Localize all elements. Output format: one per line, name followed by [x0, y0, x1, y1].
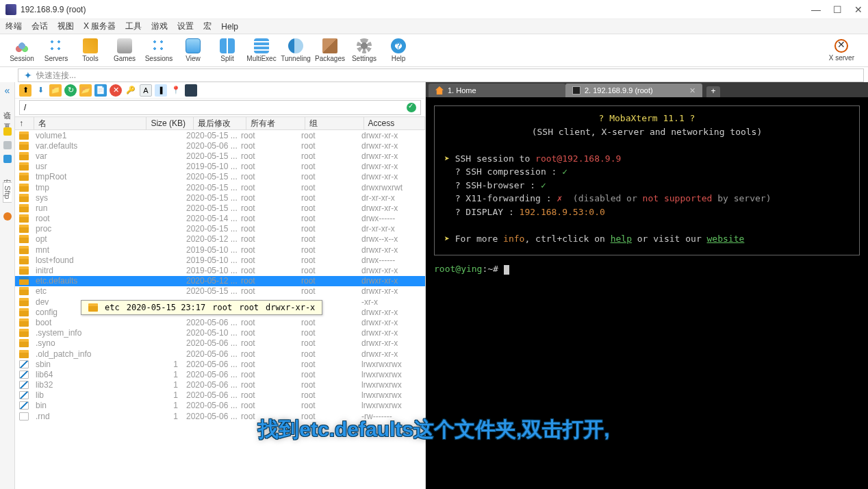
file-row[interactable]: sbin12020-05-06 ...rootrootlrwxrwxrwx [15, 359, 425, 369]
file-row[interactable]: lib12020-05-06 ...rootrootlrwxrwxrwx [15, 390, 425, 401]
title-bar: 192.168.9.9 (root) — ☐ ✕ [0, 0, 868, 19]
terminal-icon[interactable] [185, 84, 197, 97]
folder-icon [88, 303, 98, 312]
file-row[interactable]: boot2020-05-06 ...rootrootdrwxr-xr-x [15, 317, 425, 327]
file-row[interactable]: lib3212020-05-06 ...rootrootlrwxrwxrwx [15, 380, 425, 390]
file-row[interactable]: .syno2020-05-06 ...rootrootdrwxr-xr-x [15, 338, 425, 349]
path-bar[interactable]: / [19, 100, 421, 115]
file-row[interactable]: run2020-05-15 ...rootrootdrwxr-xr-x [15, 203, 425, 213]
banner-title: ? MobaXterm 11.1 ? [444, 112, 850, 125]
file-row[interactable]: bin12020-05-06 ...rootrootlrwxrwxrwx [15, 401, 425, 411]
col-updir[interactable]: ↑ [15, 117, 34, 129]
toolbar-packages[interactable]: Packages [314, 36, 346, 65]
file-row[interactable]: initrd2019-05-10 ...rootrootdrwxr-xr-x [15, 265, 425, 275]
file-row[interactable]: root2020-05-14 ...rootrootdrwx------ [15, 214, 425, 224]
col-owner[interactable]: 所有者 [246, 117, 305, 129]
folder-icon [19, 194, 29, 202]
link-icon [19, 381, 29, 389]
menu-games[interactable]: 游戏 [151, 21, 168, 32]
pin-icon[interactable]: 📍 [170, 84, 182, 97]
parent-folder-icon[interactable]: 📁 [49, 84, 62, 97]
menu-tools[interactable]: 工具 [125, 21, 142, 32]
col-group[interactable]: 组 [305, 117, 364, 129]
toolbar-help[interactable]: ?Help [382, 36, 415, 65]
sidetab-tools[interactable]: 工具 [2, 115, 12, 121]
file-row[interactable]: opt2020-05-12 ...rootrootdrwx--x--x [15, 234, 425, 244]
file-row[interactable]: var.defaults2020-05-06 ...rootrootdrwxr-… [15, 140, 425, 151]
session-icon [14, 38, 29, 53]
tab-close-icon[interactable]: ✕ [689, 86, 695, 95]
menu-settings[interactable]: 设置 [177, 21, 194, 32]
help-icon: ? [391, 38, 406, 53]
file-row[interactable]: proc2020-05-15 ...rootrootdr-xr-xr-x [15, 224, 425, 234]
home-icon [435, 86, 444, 95]
key-icon[interactable]: 🔑 [125, 84, 137, 97]
sidetab-macros[interactable]: 宏 [2, 170, 12, 175]
toolbar-servers[interactable]: Servers [40, 36, 73, 65]
menu-xserver[interactable]: X 服务器 [84, 21, 116, 32]
dot-icon[interactable] [3, 212, 12, 221]
collapse-sidebar-icon[interactable]: « [5, 85, 10, 96]
new-folder-icon[interactable]: 📂 [79, 84, 92, 97]
bookmark-icon[interactable]: ❚ [155, 84, 167, 97]
sidetab-sftp[interactable]: Sftp [3, 182, 12, 203]
download-icon[interactable]: ⬇ [34, 84, 47, 97]
toolbar-session[interactable]: Session [5, 36, 38, 65]
file-row[interactable]: etc2020-05-15 ...rootrootdrwxr-xr-x [15, 286, 425, 297]
new-tab-button[interactable]: + [706, 86, 720, 97]
file-row[interactable]: .system_info2020-05-10 ...rootrootdrwxr-… [15, 328, 425, 338]
folder-icon [19, 308, 29, 316]
file-row[interactable]: lib6412020-05-06 ...rootrootlrwxrwxrwx [15, 369, 425, 379]
file-row[interactable]: .old_patch_info2020-05-06 ...rootrootdrw… [15, 349, 425, 359]
toolbar-split[interactable]: Split [211, 36, 244, 65]
file-row[interactable]: sys2020-05-15 ...rootrootdr-xr-xr-x [15, 192, 425, 203]
file-row[interactable]: tmp2020-05-15 ...rootrootdrwxrwxrwt [15, 182, 425, 192]
col-date[interactable]: 最后修改 [194, 117, 247, 129]
new-file-icon[interactable]: 📄 [94, 84, 107, 97]
toolbar-sessions[interactable]: Sessions [142, 36, 175, 65]
file-row[interactable]: etc.defaults2020-05-12 ...rootrootdrwxr-… [15, 276, 425, 286]
col-name[interactable]: 名 [34, 117, 147, 129]
folder-icon [19, 173, 29, 181]
monitor-icon[interactable] [3, 141, 12, 149]
toolbar-settings[interactable]: Settings [348, 36, 381, 65]
edit-icon[interactable]: A [140, 84, 152, 97]
toolbar-view[interactable]: View [177, 36, 209, 65]
sidetab-sessions[interactable]: 会话 [2, 103, 12, 108]
close-button[interactable]: ✕ [854, 5, 863, 14]
tab-session-active[interactable]: 2. 192.168.9.9 (root) ✕ [565, 84, 702, 97]
path-ok-icon [407, 103, 416, 112]
minimize-button[interactable]: — [811, 5, 821, 14]
menu-terminal[interactable]: 终端 [5, 21, 22, 32]
toolbar-tunneling[interactable]: Tunneling [279, 36, 312, 65]
send-icon[interactable] [3, 155, 12, 163]
menu-view[interactable]: 视图 [58, 21, 74, 32]
xserver-button[interactable]: X server [829, 39, 854, 62]
file-row[interactable]: var2020-05-15 ...rootrootdrwxr-xr-x [15, 151, 425, 161]
maximize-button[interactable]: ☐ [833, 5, 842, 14]
help-link[interactable]: help [611, 234, 632, 244]
tab-active-label: 2. 192.168.9.9 (root) [585, 86, 653, 95]
toolbar-tools[interactable]: Tools [74, 36, 107, 65]
website-link[interactable]: website [707, 234, 745, 244]
menu-macros[interactable]: 宏 [203, 21, 212, 32]
delete-icon[interactable]: ✕ [110, 84, 122, 97]
menu-session[interactable]: 会话 [31, 21, 48, 32]
file-row[interactable]: tmpRoot2020-05-15 ...rootrootdrwxr-xr-x [15, 172, 425, 182]
refresh-icon[interactable]: ↻ [64, 84, 77, 97]
upload-icon[interactable]: ⬆ [19, 84, 31, 97]
file-row[interactable]: lost+found2019-05-10 ...rootrootdrwx----… [15, 255, 425, 265]
tab-home[interactable]: 1. Home [429, 84, 565, 97]
menu-help[interactable]: Help [221, 22, 238, 32]
file-row[interactable]: mnt2019-05-10 ...rootrootdrwxr-xr-x [15, 244, 425, 255]
col-size[interactable]: Size (KB) [146, 117, 193, 129]
toolbar-games[interactable]: Games [108, 36, 141, 65]
toolbar-multiexec[interactable]: MultiExec [245, 36, 278, 65]
star-icon[interactable] [3, 127, 12, 136]
file-row[interactable]: usr2019-05-10 ...rootrootdrwxr-xr-x [15, 162, 425, 172]
quick-connect-bar[interactable]: ✦ 快速连接... [18, 68, 864, 82]
col-access[interactable]: Access [364, 117, 425, 129]
tab-home-label: 1. Home [448, 86, 476, 95]
file-row[interactable]: volume12020-05-15 ...rootrootdrwxr-xr-x [15, 130, 425, 140]
tooltip-group: root [239, 303, 259, 312]
